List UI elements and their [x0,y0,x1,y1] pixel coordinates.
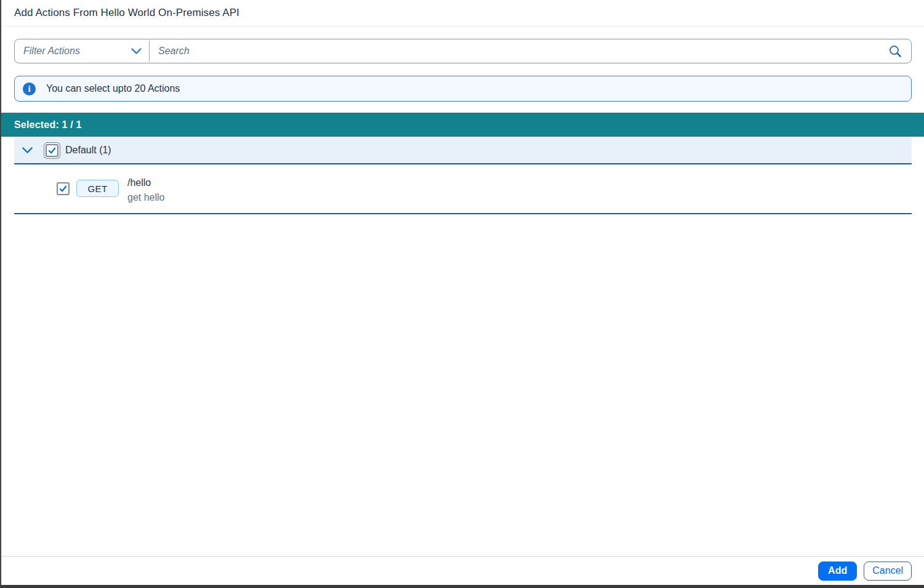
filter-search-group: Filter Actions [14,39,912,63]
action-path: /hello [127,177,165,188]
chevron-down-icon [131,48,142,55]
magnifier-icon [888,44,902,58]
info-icon: i [23,83,36,95]
group-row-default[interactable]: Default (1) [14,137,912,164]
group-checkbox[interactable] [46,144,58,157]
action-row-hello[interactable]: GET /hello get hello [14,164,912,214]
info-banner: i You can select upto 20 Actions [14,76,912,102]
group-expand-toggle[interactable] [22,145,33,156]
group-label: Default (1) [65,145,111,156]
action-checkbox[interactable] [57,182,70,195]
search-input[interactable] [150,39,883,63]
search-button[interactable] [883,39,911,63]
action-texts: /hello get hello [127,177,165,203]
dialog-footer: Add Cancel [1,556,924,585]
add-button[interactable]: Add [818,562,857,581]
add-actions-dialog: Add Actions From Hello World On-Premises… [1,0,924,585]
http-method-badge: GET [76,180,119,197]
info-banner-message: You can select upto 20 Actions [46,83,180,94]
toolbar: Filter Actions [14,39,912,63]
selection-count-label: Selected: 1 / 1 [14,119,82,131]
dialog-title: Add Actions From Hello World On-Premises… [14,7,239,19]
cancel-button[interactable]: Cancel [864,562,912,581]
empty-space [1,214,924,556]
filter-actions-select[interactable]: Filter Actions [15,39,149,63]
selection-count-bar: Selected: 1 / 1 [1,113,924,137]
filter-actions-placeholder: Filter Actions [23,46,80,57]
dialog-header: Add Actions From Hello World On-Premises… [1,0,924,26]
action-description: get hello [127,192,165,203]
chevron-down-icon [22,147,33,154]
